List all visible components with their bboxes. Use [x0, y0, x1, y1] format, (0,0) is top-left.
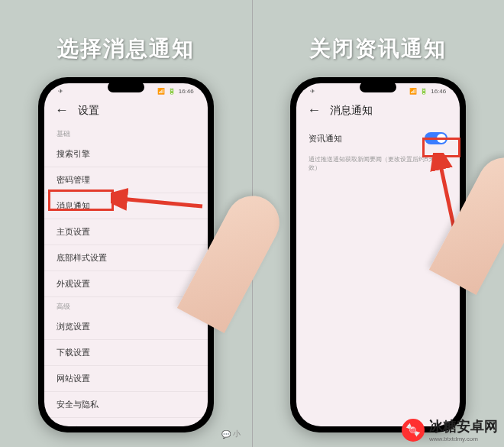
status-time: 16:46: [179, 88, 194, 95]
signal-icon: 📶: [157, 88, 165, 95]
panel-right: 关闭资讯通知 ✈ 📶 🔋 16:46 ← 消息通知 资讯通知: [253, 0, 505, 447]
phone-notch: [360, 82, 396, 92]
section-label-basic: 基础: [44, 125, 208, 141]
list-item-website[interactable]: 网站设置: [44, 366, 208, 392]
wechat-icon: 💬: [221, 430, 231, 439]
list-item-search-engine[interactable]: 搜索引擎: [44, 141, 208, 167]
toggle-label: 资讯通知: [309, 133, 342, 144]
site-watermark: 🍬 冰糖安卓网 www.btxtdmy.com: [402, 417, 498, 442]
phone-frame-right: ✈ 📶 🔋 16:46 ← 消息通知 资讯通知 通过推送通知获取新闻要闻（更改设…: [290, 77, 466, 432]
screen-header: ← 消息通知: [296, 96, 460, 125]
phone-screen-right: ✈ 📶 🔋 16:46 ← 消息通知 资讯通知 通过推送通知获取新闻要闻（更改设…: [296, 83, 460, 426]
list-item-notifications[interactable]: 消息通知: [44, 193, 208, 219]
caption-left: 选择消息通知: [57, 34, 195, 63]
header-title: 设置: [78, 104, 99, 118]
panel-left: 选择消息通知 ✈ 📶 🔋 16:46 ← 设置 基础 搜索引擎: [0, 0, 253, 447]
battery-icon: 🔋: [420, 88, 428, 95]
list-item-appearance[interactable]: 外观设置: [44, 271, 208, 297]
list-item-security[interactable]: 安全与隐私: [44, 392, 208, 418]
list-item-password[interactable]: 密码管理: [44, 167, 208, 193]
list-item-clear-data[interactable]: 清除浏览数据: [44, 418, 208, 426]
watermark-url: www.btxtdmy.com: [429, 436, 498, 442]
status-left-icon: ✈: [310, 88, 315, 95]
status-time: 16:46: [431, 88, 446, 95]
signal-icon: 📶: [409, 88, 417, 95]
toggle-row-news: 资讯通知: [296, 125, 460, 152]
phone-notch: [108, 82, 144, 92]
list-item-browse[interactable]: 浏览设置: [44, 314, 208, 340]
watermark-text: 冰糖安卓网: [429, 417, 498, 436]
list-item-bottom-style[interactable]: 底部样式设置: [44, 245, 208, 271]
wechat-watermark: 💬 小: [221, 429, 241, 439]
toggle-news-notification[interactable]: [425, 132, 447, 144]
toggle-description: 通过推送通知获取新闻要闻（更改设置后约5天生效）: [296, 152, 460, 175]
battery-icon: 🔋: [168, 88, 176, 95]
list-item-download[interactable]: 下载设置: [44, 340, 208, 366]
wechat-text: 小: [233, 429, 241, 439]
caption-right: 关闭资讯通知: [309, 34, 447, 63]
phone-screen-left: ✈ 📶 🔋 16:46 ← 设置 基础 搜索引擎 密码管理 消息通知 主页设置 …: [44, 83, 208, 426]
screen-header: ← 设置: [44, 96, 208, 125]
header-title: 消息通知: [330, 104, 373, 118]
status-left-icon: ✈: [58, 88, 63, 95]
back-button[interactable]: ←: [55, 102, 69, 118]
list-item-homepage[interactable]: 主页设置: [44, 219, 208, 245]
section-label-advanced: 高级: [44, 297, 208, 314]
watermark-logo-icon: 🍬: [402, 419, 425, 442]
phone-frame-left: ✈ 📶 🔋 16:46 ← 设置 基础 搜索引擎 密码管理 消息通知 主页设置 …: [38, 77, 214, 432]
back-button[interactable]: ←: [307, 102, 321, 118]
